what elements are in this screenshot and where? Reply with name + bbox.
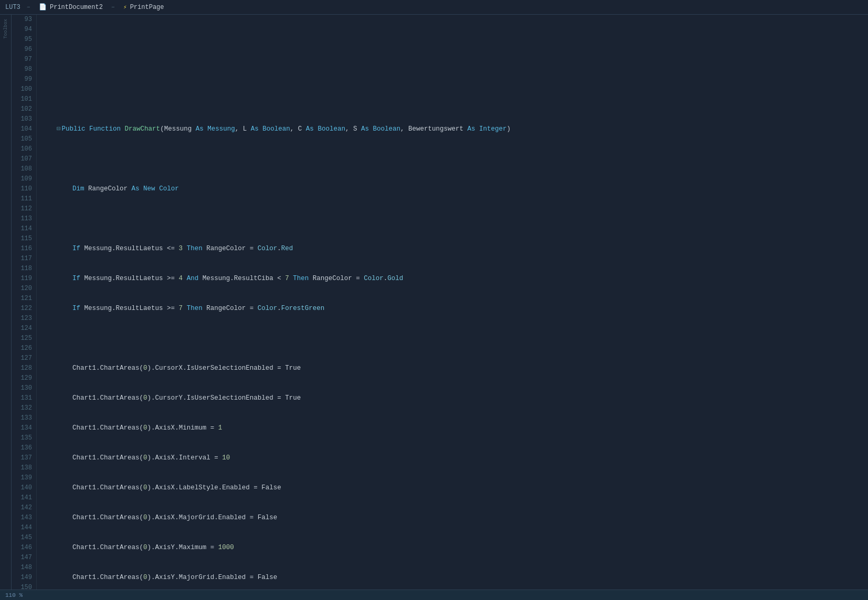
code-line-101: If Messung.ResultLaetus >= 4 And Messung… xyxy=(41,274,868,284)
code-line-93 xyxy=(41,35,868,45)
code-line-100: If Messung.ResultLaetus <= 3 Then RangeC… xyxy=(41,244,868,254)
toolbox-label: Toolbox xyxy=(2,17,9,41)
code-area[interactable]: 93 94 95 96 97 98 99 100 101 102 103 104… xyxy=(12,15,868,600)
code-line-104: Chart1.ChartAreas(0).CursorX.IsUserSelec… xyxy=(41,363,868,373)
zoom-level: 110 % xyxy=(5,592,23,598)
title-bar: LUT3 – 📄 PrintDocument2 – ⚡ PrintPage xyxy=(0,0,868,15)
code-line-99 xyxy=(41,214,868,224)
code-line-97 xyxy=(41,154,868,164)
code-line-94 xyxy=(41,65,868,74)
code-line-98: Dim RangeColor As New Color xyxy=(41,184,868,194)
file2-name[interactable]: PrintPage xyxy=(130,4,164,11)
right-separator: – xyxy=(111,4,115,11)
code-line-111: Chart1.ChartAreas(0).AxisY.MajorGrid.Ena… xyxy=(41,573,868,583)
tab-label[interactable]: LUT3 xyxy=(5,4,20,11)
left-separator: – xyxy=(27,4,30,11)
file2-icon: ⚡ xyxy=(123,4,127,10)
code-line-103 xyxy=(41,334,868,344)
status-bar: 110 % xyxy=(0,590,868,600)
code-line-107: Chart1.ChartAreas(0).AxisX.Interval = 10 xyxy=(41,453,868,463)
code-line-105: Chart1.ChartAreas(0).CursorY.IsUserSelec… xyxy=(41,393,868,403)
side-icons: Toolbox xyxy=(0,15,12,600)
code-line-106: Chart1.ChartAreas(0).AxisX.Minimum = 1 xyxy=(41,423,868,433)
code-line-95 xyxy=(41,94,868,104)
editor-container: Toolbox 93 94 95 96 97 98 99 100 101 102… xyxy=(0,15,868,600)
code-line-108: Chart1.ChartAreas(0).AxisX.LabelStyle.En… xyxy=(41,483,868,493)
line-numbers: 93 94 95 96 97 98 99 100 101 102 103 104… xyxy=(12,15,37,600)
code-line-102: If Messung.ResultLaetus >= 7 Then RangeC… xyxy=(41,304,868,314)
code-lines[interactable]: ⊟Public Function DrawChart(Messung As Me… xyxy=(37,15,868,600)
code-line-96: ⊟Public Function DrawChart(Messung As Me… xyxy=(41,124,868,134)
code-line-110: Chart1.ChartAreas(0).AxisY.Maximum = 100… xyxy=(41,543,868,553)
code-line-109: Chart1.ChartAreas(0).AxisX.MajorGrid.Ena… xyxy=(41,513,868,523)
file1-name[interactable]: PrintDocument2 xyxy=(50,4,103,11)
file1-icon: 📄 xyxy=(39,3,47,11)
